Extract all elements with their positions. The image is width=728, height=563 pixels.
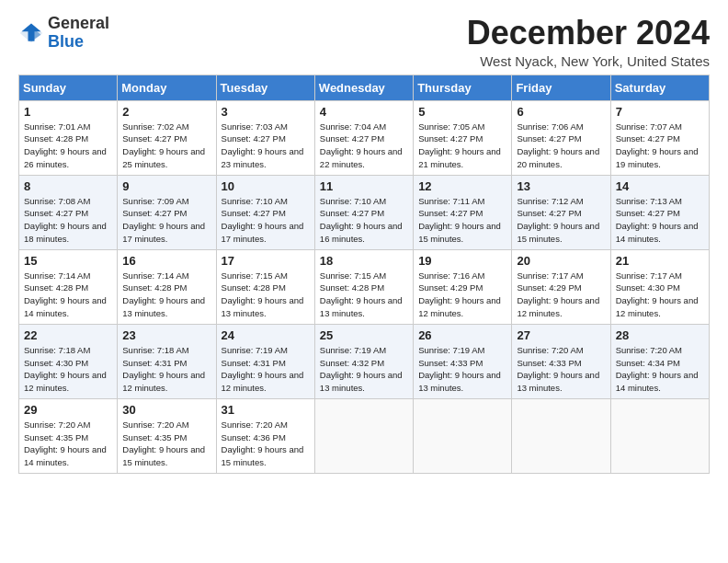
day-number: 17	[222, 254, 311, 268]
day-number: 30	[122, 403, 211, 417]
month-title: December 2024	[467, 15, 710, 52]
calendar-cell: 7Sunrise: 7:07 AMSunset: 4:27 PMDaylight…	[610, 100, 709, 175]
calendar-cell: 6Sunrise: 7:06 AMSunset: 4:27 PMDaylight…	[512, 100, 610, 175]
day-number: 13	[517, 179, 606, 193]
day-number: 12	[418, 179, 507, 193]
calendar-cell: 10Sunrise: 7:10 AMSunset: 4:27 PMDayligh…	[216, 175, 314, 249]
calendar-cell: 27Sunrise: 7:20 AMSunset: 4:33 PMDayligh…	[512, 324, 610, 398]
day-number: 28	[616, 328, 705, 342]
day-info: Sunrise: 7:10 AMSunset: 4:27 PMDaylight:…	[222, 196, 304, 244]
title-block: December 2024 West Nyack, New York, Unit…	[467, 15, 710, 69]
day-info: Sunrise: 7:20 AMSunset: 4:33 PMDaylight:…	[517, 345, 599, 393]
weekday-header-tuesday: Tuesday	[216, 75, 314, 100]
calendar-cell: 28Sunrise: 7:20 AMSunset: 4:34 PMDayligh…	[610, 324, 709, 398]
day-info: Sunrise: 7:14 AMSunset: 4:28 PMDaylight:…	[122, 270, 205, 318]
day-number: 23	[122, 328, 211, 342]
header: General Blue December 2024 West Nyack, N…	[18, 15, 710, 69]
calendar-cell	[414, 398, 512, 473]
day-info: Sunrise: 7:20 AMSunset: 4:35 PMDaylight:…	[122, 419, 205, 467]
weekday-header-wednesday: Wednesday	[314, 75, 413, 100]
calendar-cell: 1Sunrise: 7:01 AMSunset: 4:28 PMDaylight…	[19, 100, 118, 175]
page: General Blue December 2024 West Nyack, N…	[0, 0, 728, 483]
day-number: 8	[24, 179, 113, 193]
day-number: 31	[222, 403, 311, 417]
calendar-cell: 21Sunrise: 7:17 AMSunset: 4:30 PMDayligh…	[610, 249, 709, 324]
calendar-week-row: 1Sunrise: 7:01 AMSunset: 4:28 PMDaylight…	[19, 100, 710, 175]
calendar-week-row: 22Sunrise: 7:18 AMSunset: 4:30 PMDayligh…	[19, 324, 710, 398]
weekday-header-saturday: Saturday	[610, 75, 709, 100]
logo-icon	[18, 20, 44, 46]
day-info: Sunrise: 7:05 AMSunset: 4:27 PMDaylight:…	[418, 121, 501, 169]
calendar-cell: 17Sunrise: 7:15 AMSunset: 4:28 PMDayligh…	[216, 249, 314, 324]
day-info: Sunrise: 7:04 AMSunset: 4:27 PMDaylight:…	[320, 121, 403, 169]
day-number: 16	[122, 254, 211, 268]
calendar-week-row: 8Sunrise: 7:08 AMSunset: 4:27 PMDaylight…	[19, 175, 710, 249]
calendar-cell: 3Sunrise: 7:03 AMSunset: 4:27 PMDaylight…	[216, 100, 314, 175]
calendar-cell: 14Sunrise: 7:13 AMSunset: 4:27 PMDayligh…	[610, 175, 709, 249]
day-info: Sunrise: 7:17 AMSunset: 4:29 PMDaylight:…	[517, 270, 599, 318]
day-info: Sunrise: 7:19 AMSunset: 4:32 PMDaylight:…	[320, 345, 403, 393]
calendar-cell: 24Sunrise: 7:19 AMSunset: 4:31 PMDayligh…	[216, 324, 314, 398]
calendar-week-row: 29Sunrise: 7:20 AMSunset: 4:35 PMDayligh…	[19, 398, 710, 473]
day-info: Sunrise: 7:20 AMSunset: 4:36 PMDaylight:…	[222, 419, 304, 467]
day-number: 2	[122, 105, 211, 119]
logo: General Blue	[18, 15, 109, 52]
calendar-cell: 31Sunrise: 7:20 AMSunset: 4:36 PMDayligh…	[216, 398, 314, 473]
day-info: Sunrise: 7:06 AMSunset: 4:27 PMDaylight:…	[517, 121, 599, 169]
calendar-table: SundayMondayTuesdayWednesdayThursdayFrid…	[18, 75, 710, 474]
day-number: 25	[320, 328, 409, 342]
calendar-cell: 4Sunrise: 7:04 AMSunset: 4:27 PMDaylight…	[314, 100, 413, 175]
day-number: 19	[418, 254, 507, 268]
calendar-cell: 29Sunrise: 7:20 AMSunset: 4:35 PMDayligh…	[19, 398, 118, 473]
calendar-week-row: 15Sunrise: 7:14 AMSunset: 4:28 PMDayligh…	[19, 249, 710, 324]
weekday-header-sunday: Sunday	[19, 75, 118, 100]
day-number: 1	[24, 105, 113, 119]
day-info: Sunrise: 7:03 AMSunset: 4:27 PMDaylight:…	[222, 121, 304, 169]
calendar-cell	[610, 398, 709, 473]
day-info: Sunrise: 7:02 AMSunset: 4:27 PMDaylight:…	[122, 121, 205, 169]
day-info: Sunrise: 7:07 AMSunset: 4:27 PMDaylight:…	[616, 121, 699, 169]
calendar-cell: 16Sunrise: 7:14 AMSunset: 4:28 PMDayligh…	[118, 249, 216, 324]
day-number: 22	[24, 328, 113, 342]
calendar-cell: 30Sunrise: 7:20 AMSunset: 4:35 PMDayligh…	[118, 398, 216, 473]
day-number: 26	[418, 328, 507, 342]
day-info: Sunrise: 7:19 AMSunset: 4:33 PMDaylight:…	[418, 345, 501, 393]
day-info: Sunrise: 7:10 AMSunset: 4:27 PMDaylight:…	[320, 196, 403, 244]
calendar-cell: 12Sunrise: 7:11 AMSunset: 4:27 PMDayligh…	[414, 175, 512, 249]
calendar-cell: 18Sunrise: 7:15 AMSunset: 4:28 PMDayligh…	[314, 249, 413, 324]
calendar-cell: 11Sunrise: 7:10 AMSunset: 4:27 PMDayligh…	[314, 175, 413, 249]
day-info: Sunrise: 7:11 AMSunset: 4:27 PMDaylight:…	[418, 196, 501, 244]
calendar-cell: 23Sunrise: 7:18 AMSunset: 4:31 PMDayligh…	[118, 324, 216, 398]
day-info: Sunrise: 7:14 AMSunset: 4:28 PMDaylight:…	[24, 270, 107, 318]
day-number: 3	[222, 105, 311, 119]
calendar-cell	[314, 398, 413, 473]
weekday-header-thursday: Thursday	[414, 75, 512, 100]
calendar-cell: 9Sunrise: 7:09 AMSunset: 4:27 PMDaylight…	[118, 175, 216, 249]
day-info: Sunrise: 7:15 AMSunset: 4:28 PMDaylight:…	[222, 270, 304, 318]
day-number: 18	[320, 254, 409, 268]
day-number: 27	[517, 328, 606, 342]
calendar-cell: 2Sunrise: 7:02 AMSunset: 4:27 PMDaylight…	[118, 100, 216, 175]
day-info: Sunrise: 7:20 AMSunset: 4:35 PMDaylight:…	[24, 419, 107, 467]
day-number: 9	[122, 179, 211, 193]
weekday-header-friday: Friday	[512, 75, 610, 100]
day-info: Sunrise: 7:15 AMSunset: 4:28 PMDaylight:…	[320, 270, 403, 318]
calendar-cell: 5Sunrise: 7:05 AMSunset: 4:27 PMDaylight…	[414, 100, 512, 175]
calendar-cell: 26Sunrise: 7:19 AMSunset: 4:33 PMDayligh…	[414, 324, 512, 398]
day-number: 29	[24, 403, 113, 417]
day-info: Sunrise: 7:19 AMSunset: 4:31 PMDaylight:…	[222, 345, 304, 393]
calendar-cell: 13Sunrise: 7:12 AMSunset: 4:27 PMDayligh…	[512, 175, 610, 249]
day-info: Sunrise: 7:16 AMSunset: 4:29 PMDaylight:…	[418, 270, 501, 318]
calendar-cell	[512, 398, 610, 473]
day-info: Sunrise: 7:08 AMSunset: 4:27 PMDaylight:…	[24, 196, 107, 244]
day-number: 4	[320, 105, 409, 119]
day-info: Sunrise: 7:12 AMSunset: 4:27 PMDaylight:…	[517, 196, 599, 244]
day-info: Sunrise: 7:01 AMSunset: 4:28 PMDaylight:…	[24, 121, 107, 169]
day-info: Sunrise: 7:20 AMSunset: 4:34 PMDaylight:…	[616, 345, 699, 393]
weekday-header-row: SundayMondayTuesdayWednesdayThursdayFrid…	[19, 75, 710, 100]
day-info: Sunrise: 7:18 AMSunset: 4:31 PMDaylight:…	[122, 345, 205, 393]
day-number: 10	[222, 179, 311, 193]
calendar-cell: 19Sunrise: 7:16 AMSunset: 4:29 PMDayligh…	[414, 249, 512, 324]
day-number: 11	[320, 179, 409, 193]
day-number: 21	[616, 254, 705, 268]
